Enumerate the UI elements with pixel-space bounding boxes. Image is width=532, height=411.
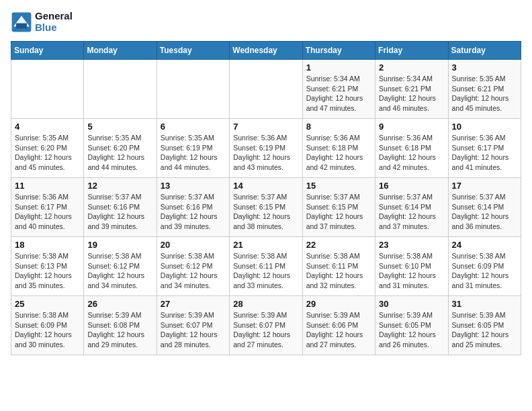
calendar-table: SundayMondayTuesdayWednesdayThursdayFrid… [11,41,521,355]
calendar-cell: 19Sunrise: 5:38 AM Sunset: 6:12 PM Dayli… [84,237,157,296]
calendar-cell [157,60,229,119]
day-info: Sunrise: 5:38 AM Sunset: 6:09 PM Dayligh… [452,251,517,291]
day-number: 8 [306,122,371,132]
svg-rect-2 [16,23,27,28]
day-number: 22 [306,240,371,250]
day-number: 20 [161,240,226,250]
day-number: 4 [15,122,80,132]
day-info: Sunrise: 5:39 AM Sunset: 6:07 PM Dayligh… [233,310,298,350]
calendar-cell [230,60,302,119]
calendar-cell: 5Sunrise: 5:35 AM Sunset: 6:20 PM Daylig… [84,119,157,178]
day-info: Sunrise: 5:36 AM Sunset: 6:17 PM Dayligh… [15,192,80,232]
day-number: 24 [452,240,517,250]
day-number: 5 [87,122,152,132]
day-info: Sunrise: 5:37 AM Sunset: 6:15 PM Dayligh… [233,192,298,232]
calendar-cell: 23Sunrise: 5:38 AM Sunset: 6:10 PM Dayli… [375,237,448,296]
calendar-week-2: 4Sunrise: 5:35 AM Sunset: 6:20 PM Daylig… [11,119,521,178]
day-number: 9 [379,122,444,132]
day-number: 12 [87,181,152,191]
calendar-cell: 7Sunrise: 5:36 AM Sunset: 6:19 PM Daylig… [230,119,302,178]
calendar-week-3: 11Sunrise: 5:36 AM Sunset: 6:17 PM Dayli… [11,178,521,237]
day-number: 28 [233,299,298,309]
calendar-cell: 27Sunrise: 5:39 AM Sunset: 6:07 PM Dayli… [157,296,229,355]
calendar-cell: 2Sunrise: 5:34 AM Sunset: 6:21 PM Daylig… [375,60,448,119]
calendar-cell: 3Sunrise: 5:35 AM Sunset: 6:21 PM Daylig… [448,60,521,119]
weekday-header-saturday: Saturday [448,42,521,60]
day-info: Sunrise: 5:37 AM Sunset: 6:16 PM Dayligh… [87,192,152,232]
logo-text: General Blue [35,11,73,33]
day-info: Sunrise: 5:36 AM Sunset: 6:19 PM Dayligh… [233,133,298,173]
calendar-cell: 17Sunrise: 5:37 AM Sunset: 6:14 PM Dayli… [448,178,521,237]
day-info: Sunrise: 5:34 AM Sunset: 6:21 PM Dayligh… [306,74,371,113]
calendar-cell: 28Sunrise: 5:39 AM Sunset: 6:07 PM Dayli… [230,296,302,355]
calendar-cell: 31Sunrise: 5:39 AM Sunset: 6:05 PM Dayli… [448,296,521,355]
calendar-cell: 6Sunrise: 5:35 AM Sunset: 6:19 PM Daylig… [157,119,229,178]
day-info: Sunrise: 5:38 AM Sunset: 6:12 PM Dayligh… [161,251,226,291]
calendar-cell: 24Sunrise: 5:38 AM Sunset: 6:09 PM Dayli… [448,237,521,296]
day-number: 23 [379,240,444,250]
day-info: Sunrise: 5:39 AM Sunset: 6:05 PM Dayligh… [379,310,444,350]
weekday-header-sunday: Sunday [11,42,84,60]
day-info: Sunrise: 5:39 AM Sunset: 6:08 PM Dayligh… [87,310,152,350]
calendar-cell: 22Sunrise: 5:38 AM Sunset: 6:11 PM Dayli… [302,237,375,296]
day-number: 11 [15,181,80,191]
weekday-header-friday: Friday [375,42,448,60]
calendar-cell: 1Sunrise: 5:34 AM Sunset: 6:21 PM Daylig… [302,60,375,119]
day-info: Sunrise: 5:35 AM Sunset: 6:20 PM Dayligh… [87,133,152,173]
day-info: Sunrise: 5:38 AM Sunset: 6:12 PM Dayligh… [87,251,152,291]
weekday-header-monday: Monday [84,42,157,60]
day-number: 31 [452,299,517,309]
weekday-header-thursday: Thursday [302,42,375,60]
day-info: Sunrise: 5:39 AM Sunset: 6:07 PM Dayligh… [161,310,226,350]
day-number: 29 [306,299,371,309]
calendar-week-5: 25Sunrise: 5:38 AM Sunset: 6:09 PM Dayli… [11,296,521,355]
calendar-cell: 18Sunrise: 5:38 AM Sunset: 6:13 PM Dayli… [11,237,84,296]
day-number: 13 [161,181,226,191]
weekday-row: SundayMondayTuesdayWednesdayThursdayFrid… [11,42,521,60]
day-number: 16 [379,181,444,191]
weekday-header-tuesday: Tuesday [157,42,229,60]
day-number: 21 [233,240,298,250]
day-info: Sunrise: 5:38 AM Sunset: 6:09 PM Dayligh… [15,310,80,350]
calendar-cell: 21Sunrise: 5:38 AM Sunset: 6:11 PM Dayli… [230,237,302,296]
calendar-cell [84,60,157,119]
day-info: Sunrise: 5:38 AM Sunset: 6:13 PM Dayligh… [15,251,80,291]
day-number: 6 [161,122,226,132]
day-info: Sunrise: 5:36 AM Sunset: 6:17 PM Dayligh… [452,133,517,173]
calendar-cell: 12Sunrise: 5:37 AM Sunset: 6:16 PM Dayli… [84,178,157,237]
day-number: 15 [306,181,371,191]
page-header: General Blue [11,11,521,33]
day-number: 17 [452,181,517,191]
day-info: Sunrise: 5:37 AM Sunset: 6:16 PM Dayligh… [161,192,226,232]
day-info: Sunrise: 5:35 AM Sunset: 6:20 PM Dayligh… [15,133,80,173]
day-info: Sunrise: 5:35 AM Sunset: 6:19 PM Dayligh… [161,133,226,173]
day-info: Sunrise: 5:38 AM Sunset: 6:11 PM Dayligh… [306,251,371,291]
calendar-cell [11,60,84,119]
day-number: 26 [87,299,152,309]
calendar-cell: 10Sunrise: 5:36 AM Sunset: 6:17 PM Dayli… [448,119,521,178]
calendar-cell: 14Sunrise: 5:37 AM Sunset: 6:15 PM Dayli… [230,178,302,237]
calendar-cell: 26Sunrise: 5:39 AM Sunset: 6:08 PM Dayli… [84,296,157,355]
day-number: 18 [15,240,80,250]
day-number: 19 [87,240,152,250]
calendar-week-1: 1Sunrise: 5:34 AM Sunset: 6:21 PM Daylig… [11,60,521,119]
calendar-cell: 20Sunrise: 5:38 AM Sunset: 6:12 PM Dayli… [157,237,229,296]
calendar-cell: 13Sunrise: 5:37 AM Sunset: 6:16 PM Dayli… [157,178,229,237]
calendar-header: SundayMondayTuesdayWednesdayThursdayFrid… [11,42,521,60]
calendar-cell: 16Sunrise: 5:37 AM Sunset: 6:14 PM Dayli… [375,178,448,237]
calendar-body: 1Sunrise: 5:34 AM Sunset: 6:21 PM Daylig… [11,60,521,355]
calendar-cell: 29Sunrise: 5:39 AM Sunset: 6:06 PM Dayli… [302,296,375,355]
day-info: Sunrise: 5:39 AM Sunset: 6:05 PM Dayligh… [452,310,517,350]
calendar-cell: 15Sunrise: 5:37 AM Sunset: 6:15 PM Dayli… [302,178,375,237]
day-number: 3 [452,62,517,73]
calendar-cell: 25Sunrise: 5:38 AM Sunset: 6:09 PM Dayli… [11,296,84,355]
day-number: 25 [15,299,80,309]
logo: General Blue [11,11,73,33]
calendar-cell: 11Sunrise: 5:36 AM Sunset: 6:17 PM Dayli… [11,178,84,237]
day-info: Sunrise: 5:34 AM Sunset: 6:21 PM Dayligh… [379,74,444,113]
day-info: Sunrise: 5:37 AM Sunset: 6:15 PM Dayligh… [306,192,371,232]
calendar-cell: 4Sunrise: 5:35 AM Sunset: 6:20 PM Daylig… [11,119,84,178]
calendar-week-4: 18Sunrise: 5:38 AM Sunset: 6:13 PM Dayli… [11,237,521,296]
day-number: 14 [233,181,298,191]
day-number: 30 [379,299,444,309]
